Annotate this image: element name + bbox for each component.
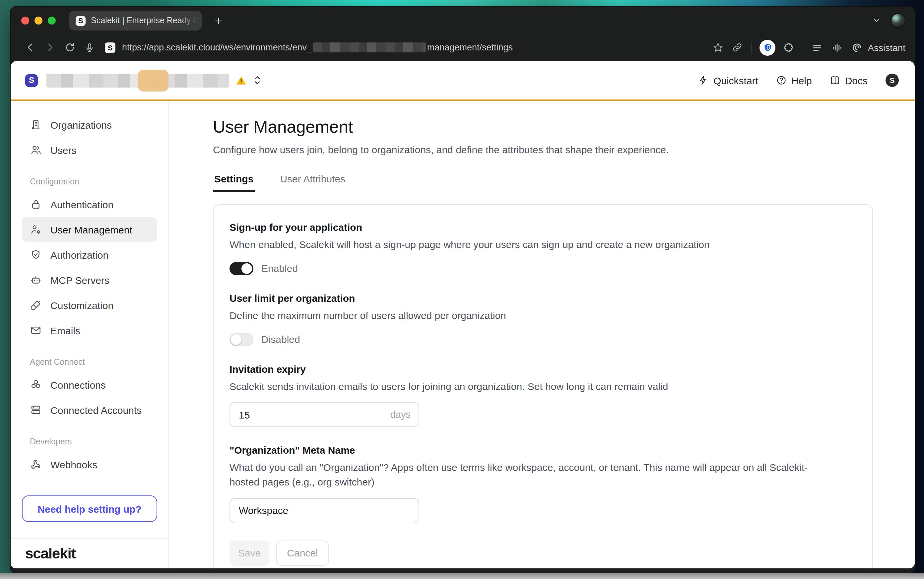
- mail-icon: [30, 324, 42, 336]
- workspace-name-redacted: [46, 73, 229, 87]
- browser-menu-icon[interactable]: [811, 41, 823, 53]
- sidebar-item-label: Connected Accounts: [51, 404, 142, 415]
- invitation-expiry-title: Invitation expiry: [229, 363, 856, 375]
- url-favicon: S: [105, 42, 115, 53]
- browser-profile-avatar[interactable]: [891, 13, 905, 28]
- copy-link-icon[interactable]: [732, 42, 743, 53]
- back-button[interactable]: [20, 38, 40, 57]
- save-button[interactable]: Save: [229, 541, 269, 566]
- tab-user-attributes[interactable]: User Attributes: [279, 173, 347, 192]
- reload-icon: [64, 42, 75, 53]
- waveform-icon[interactable]: [831, 41, 843, 53]
- sidebar-section-configuration: Configuration: [30, 177, 168, 186]
- sidebar-item-customization[interactable]: Customization: [22, 293, 157, 318]
- tab-settings[interactable]: Settings: [213, 173, 255, 192]
- address-bar[interactable]: S https://app.scalekit.cloud/ws/environm…: [105, 42, 705, 53]
- sidebar-item-mcp-servers[interactable]: MCP Servers: [22, 267, 157, 293]
- forward-icon: [44, 42, 56, 53]
- sidebar-section-agent-connect: Agent Connect: [30, 358, 168, 367]
- minimize-window-button[interactable]: [34, 16, 43, 24]
- browser-window: S Scalekit | Enterprise Ready A: [10, 6, 915, 574]
- sidebar-item-authorization[interactable]: Authorization: [22, 242, 157, 267]
- main-content: User Management Configure how users join…: [169, 101, 915, 568]
- sidebar-item-label: Authorization: [51, 249, 108, 260]
- cancel-button[interactable]: Cancel: [276, 541, 329, 566]
- sidebar-item-webhooks[interactable]: Webhooks: [22, 451, 157, 477]
- plus-icon: [213, 16, 223, 26]
- robot-icon: [30, 274, 42, 286]
- sidebar-item-emails[interactable]: Emails: [22, 318, 157, 343]
- new-tab-button[interactable]: [209, 12, 227, 29]
- user-limit-toggle-label: Disabled: [261, 334, 300, 345]
- tab-title: Scalekit | Enterprise Ready A: [91, 16, 198, 25]
- user-limit-section: User limit per organization Define the m…: [229, 293, 856, 346]
- browser-tab[interactable]: S Scalekit | Enterprise Ready A: [69, 11, 202, 31]
- user-gear-icon: [30, 224, 42, 236]
- bitwarden-extension-button[interactable]: [759, 39, 775, 56]
- signup-toggle-label: Enabled: [261, 263, 298, 274]
- server-stack-icon: [30, 404, 42, 416]
- toolbar-divider: [803, 41, 803, 53]
- close-window-button[interactable]: [21, 16, 29, 24]
- need-help-button[interactable]: Need help setting up?: [22, 496, 157, 522]
- help-circle-icon: [776, 75, 787, 85]
- tab-bar: Settings User Attributes: [213, 173, 873, 192]
- forward-button[interactable]: [40, 38, 60, 57]
- sidebar-item-label: Customization: [51, 299, 113, 311]
- chevrons-up-down-icon: [253, 74, 262, 86]
- sidebar-item-connected-accounts[interactable]: Connected Accounts: [22, 397, 157, 422]
- bitwarden-shield-icon: [762, 43, 772, 52]
- book-icon: [830, 75, 841, 85]
- tab-search-chevron-icon[interactable]: [872, 15, 881, 25]
- sidebar-item-label: Users: [51, 144, 76, 155]
- shield-check-icon: [30, 249, 42, 261]
- desktop-bottom-strip: [0, 573, 924, 579]
- extensions-puzzle-icon[interactable]: [783, 42, 795, 53]
- signup-toggle[interactable]: [229, 262, 253, 275]
- sidebar: Organizations Users Configuration Authen…: [11, 101, 169, 568]
- assistant-label: Assistant: [868, 42, 905, 53]
- sidebar-item-label: Webhooks: [51, 459, 97, 470]
- sidebar-item-label: Emails: [51, 325, 80, 336]
- sidebar-section-developers: Developers: [30, 437, 168, 447]
- sidebar-item-label: User Management: [51, 224, 132, 235]
- sidebar-item-user-management[interactable]: User Management: [22, 217, 157, 242]
- zoom-window-button[interactable]: [48, 16, 56, 24]
- sidebar-item-connections[interactable]: Connections: [22, 372, 157, 397]
- quickstart-button[interactable]: Quickstart: [698, 75, 758, 86]
- org-meta-name-input[interactable]: [229, 498, 419, 523]
- browser-titlebar: S Scalekit | Enterprise Ready A: [11, 7, 915, 34]
- org-meta-name-section: "Organization" Meta Name What do you cal…: [229, 445, 856, 523]
- help-button[interactable]: Help: [776, 75, 812, 86]
- assistant-button[interactable]: Assistant: [851, 41, 905, 53]
- browser-toolbar: S https://app.scalekit.cloud/ws/environm…: [11, 34, 915, 61]
- assistant-swirl-icon: [851, 41, 863, 53]
- org-meta-name-description: What do you call an "Organization"? Apps…: [229, 461, 826, 489]
- sidebar-item-users[interactable]: Users: [22, 137, 157, 162]
- users-icon: [30, 144, 42, 156]
- bookmark-star-icon[interactable]: [712, 42, 724, 53]
- sidebar-footer: scalekit: [11, 538, 168, 568]
- environment-warning: [235, 75, 247, 86]
- warning-triangle-icon: [235, 75, 247, 86]
- toolbar-divider: [751, 41, 752, 53]
- page-title: User Management: [213, 117, 915, 137]
- workspace-switcher[interactable]: [253, 74, 262, 86]
- tab-favicon: S: [75, 16, 85, 26]
- microphone-icon: [84, 42, 95, 53]
- user-limit-description: Define the maximum number of users allow…: [229, 308, 826, 323]
- user-avatar[interactable]: S: [886, 74, 899, 87]
- building-icon: [30, 119, 42, 131]
- user-limit-toggle[interactable]: [229, 333, 253, 346]
- reload-button[interactable]: [60, 38, 80, 57]
- sidebar-item-authentication[interactable]: Authentication: [22, 192, 157, 217]
- user-limit-title: User limit per organization: [229, 293, 856, 304]
- sidebar-item-label: Organizations: [51, 119, 112, 130]
- docs-button[interactable]: Docs: [830, 75, 868, 86]
- desktop: S Scalekit | Enterprise Ready A: [0, 0, 924, 579]
- paintbrush-icon: [30, 299, 42, 311]
- voice-search-button[interactable]: [80, 38, 100, 57]
- org-meta-name-title: "Organization" Meta Name: [229, 445, 856, 456]
- sidebar-item-organizations[interactable]: Organizations: [22, 112, 157, 137]
- sidebar-item-label: Connections: [51, 379, 106, 390]
